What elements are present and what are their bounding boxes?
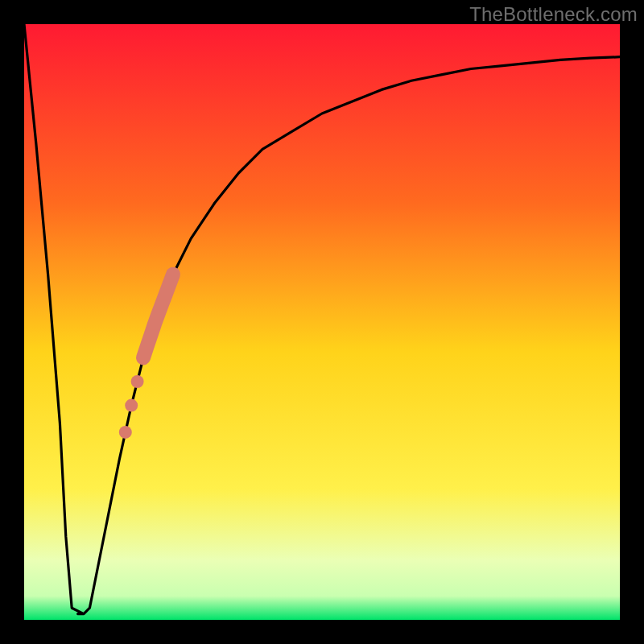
chart-container: TheBottleneck.com	[0, 0, 644, 644]
highlight-dot	[131, 375, 144, 388]
highlight-dot	[119, 426, 132, 439]
highlight-dot	[125, 399, 138, 412]
chart-svg	[0, 0, 644, 644]
